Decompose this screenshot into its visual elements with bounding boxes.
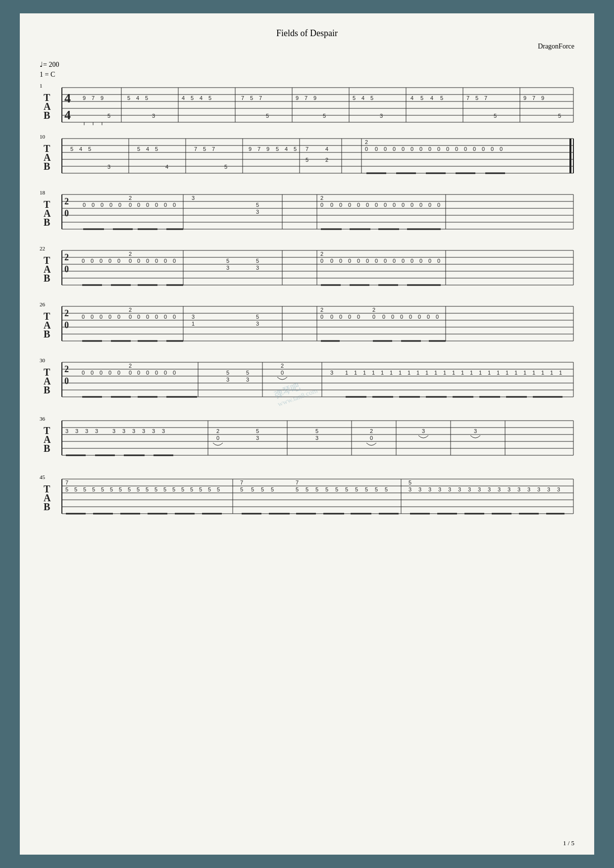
measure-number-45: 45 [40,474,45,480]
svg-text:5: 5 [306,157,308,163]
svg-text:0: 0 [384,258,387,264]
svg-text:0: 0 [402,258,405,264]
svg-text:7: 7 [484,95,487,101]
svg-text:5: 5 [246,370,249,376]
svg-text:1: 1 [470,370,473,376]
svg-text:0: 0 [357,314,360,320]
svg-text:0: 0 [100,314,102,320]
svg-text:0: 0 [473,146,476,152]
svg-text:5: 5 [190,486,193,492]
svg-text:2: 2 [64,196,69,206]
svg-text:9: 9 [296,95,299,101]
svg-text:4: 4 [79,146,82,152]
svg-text:1: 1 [488,370,491,376]
svg-text:4: 4 [136,95,139,101]
svg-text:5: 5 [155,146,158,152]
svg-text:0: 0 [348,314,351,320]
svg-text:4: 4 [165,164,168,170]
svg-text:3: 3 [256,209,259,215]
svg-text:0: 0 [410,258,413,264]
svg-text:5: 5 [475,95,478,101]
svg-text:4: 4 [182,95,185,101]
artist-name: DragonForce [40,43,574,50]
svg-text:B: B [44,501,50,512]
svg-text:3: 3 [458,486,461,492]
svg-text:0: 0 [137,370,140,376]
svg-text:3: 3 [418,486,421,492]
svg-text:0: 0 [419,258,422,264]
svg-text:0: 0 [402,202,405,208]
svg-text:B: B [44,273,50,284]
svg-text:3: 3 [409,486,411,492]
svg-text:3: 3 [65,428,68,434]
svg-text:7: 7 [240,480,243,485]
svg-text:0: 0 [330,314,333,320]
svg-text:5: 5 [224,164,227,170]
svg-text:3: 3 [478,486,481,492]
svg-text:2: 2 [129,363,132,369]
svg-text:0: 0 [427,314,430,320]
svg-text:0: 0 [146,202,149,208]
svg-text:5: 5 [251,486,254,492]
svg-text:9: 9 [249,146,252,152]
svg-text:0: 0 [366,258,369,264]
svg-text:1: 1 [408,370,410,376]
svg-text:0: 0 [428,202,431,208]
svg-text:7: 7 [532,95,535,101]
svg-text:5: 5 [172,486,175,492]
svg-text:0: 0 [91,370,94,376]
svg-text:5: 5 [145,95,148,101]
svg-text:3: 3 [192,195,195,201]
svg-text:3: 3 [107,164,110,170]
svg-text:5: 5 [323,113,326,119]
svg-text:0: 0 [428,146,431,152]
svg-text:0: 0 [500,146,503,152]
svg-text:7: 7 [212,146,215,152]
svg-text:3: 3 [152,113,155,119]
svg-text:0: 0 [117,258,120,264]
svg-text:3: 3 [527,486,530,492]
svg-text:4: 4 [410,95,413,101]
svg-text:5: 5 [276,146,279,152]
svg-text:3: 3 [537,486,540,492]
svg-text:5: 5 [370,95,373,101]
svg-text:5: 5 [385,486,388,492]
svg-text:3: 3 [112,428,115,434]
svg-text:0: 0 [109,202,112,208]
svg-text:0: 0 [339,258,342,264]
svg-text:7: 7 [194,146,197,152]
svg-text:1: 1 [461,370,464,376]
staff-system-8: 45 T A B 7 5 5 5 5 5 5 5 5 5 5 [40,475,574,525]
svg-text:5: 5 [83,486,86,492]
svg-text:4: 4 [285,146,288,152]
svg-text:5: 5 [266,113,269,119]
svg-text:5: 5 [163,486,166,492]
svg-text:5: 5 [128,486,131,492]
page-number: 1 / 5 [563,839,574,847]
svg-text:5: 5 [256,202,259,208]
svg-text:2: 2 [370,428,373,434]
svg-text:5: 5 [70,146,73,152]
svg-text:5: 5 [74,486,77,492]
svg-text:2: 2 [320,195,323,201]
svg-text:0: 0 [391,314,394,320]
svg-text:0: 0 [146,314,149,320]
svg-text:0: 0 [339,202,342,208]
svg-text:0: 0 [64,208,69,218]
svg-text:0: 0 [173,370,176,376]
svg-text:0: 0 [339,314,342,320]
svg-text:0: 0 [100,370,102,376]
svg-text:2: 2 [281,363,284,369]
svg-text:0: 0 [437,202,440,208]
svg-text:3: 3 [422,428,425,434]
svg-text:5: 5 [558,113,561,119]
svg-text:2: 2 [64,364,69,374]
svg-text:7: 7 [241,95,244,101]
svg-text:0: 0 [320,314,323,320]
tempo-marking: ♩= 200 [40,60,574,69]
staff-system-4: 22 T A B 2 0 0 0 0 0 0 2 [40,246,574,293]
measure-number-26: 26 [40,301,45,307]
svg-text:1: 1 [523,370,526,376]
svg-text:0: 0 [320,202,323,208]
svg-text:0: 0 [348,202,351,208]
